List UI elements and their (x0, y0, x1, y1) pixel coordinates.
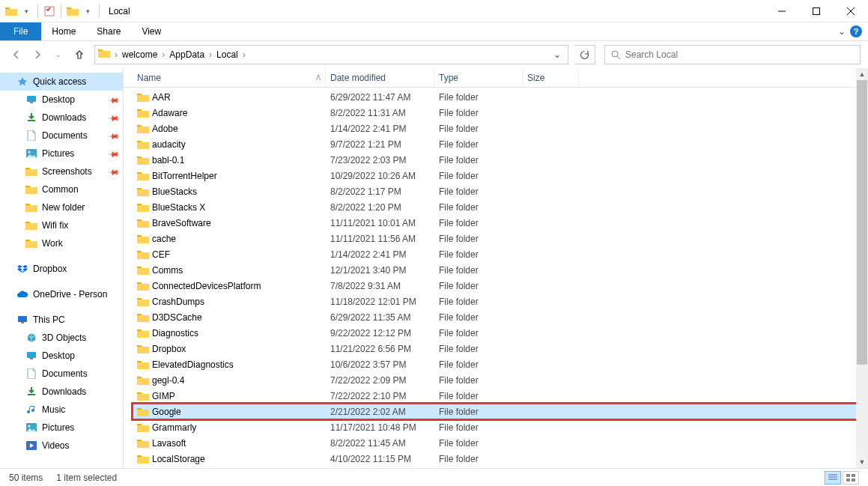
column-date[interactable]: Date modified (326, 68, 434, 87)
chevron-right-icon[interactable]: › (113, 49, 119, 60)
sidebar-this-pc[interactable]: This PC (0, 311, 123, 329)
cell-type: File folder (434, 234, 523, 244)
sidebar-item[interactable]: Downloads📌 (0, 109, 123, 127)
table-row[interactable]: BlueStacks8/2/2022 1:17 PMFile folder (133, 183, 868, 199)
file-tab[interactable]: File (0, 22, 41, 40)
refresh-button[interactable] (574, 45, 595, 64)
up-button[interactable] (70, 46, 88, 64)
table-row[interactable]: Grammarly11/17/2021 10:48 PMFile folder (133, 419, 868, 435)
pin-icon: 📌 (108, 130, 120, 142)
ribbon-expand-icon[interactable]: ⌄ (838, 26, 846, 37)
table-row[interactable]: Comms12/1/2021 3:40 PMFile folder (133, 262, 868, 278)
sidebar-dropbox[interactable]: Dropbox (0, 260, 123, 278)
thumbnails-view-button[interactable] (843, 471, 859, 485)
address-dropdown-icon[interactable]: ⌄ (548, 46, 566, 64)
column-name[interactable]: Nameᐱ (133, 68, 326, 87)
sidebar-item-label: Pictures (42, 422, 74, 433)
svg-rect-12 (21, 322, 24, 324)
sidebar-item[interactable]: Desktop (0, 347, 123, 365)
table-row[interactable]: audacity9/7/2022 1:21 PMFile folder (133, 136, 868, 152)
scrollbar[interactable]: ▲ ▼ (856, 68, 868, 468)
qat-dropdown-icon[interactable]: ▾ (19, 4, 33, 18)
table-row[interactable]: Dropbox11/21/2022 6:56 PMFile folder (133, 341, 868, 356)
cell-name: audacity (133, 139, 326, 150)
file-list[interactable]: AAR6/29/2022 11:47 AMFile folderAdaware8… (124, 88, 868, 468)
sort-indicator-icon: ᐱ (316, 74, 321, 82)
column-type[interactable]: Type (434, 68, 523, 87)
table-row[interactable]: Adobe1/14/2022 2:41 PMFile folder (133, 121, 868, 136)
scroll-thumb[interactable] (857, 80, 867, 365)
sidebar-item[interactable]: New folder (0, 198, 123, 216)
sidebar-item[interactable]: 3D Objects (0, 329, 123, 347)
recent-dropdown-icon[interactable]: ⌄ (49, 46, 67, 64)
cell-date: 6/29/2022 11:47 AM (326, 92, 434, 103)
breadcrumb[interactable]: Local (213, 49, 241, 60)
breadcrumb[interactable]: welcome (119, 49, 160, 60)
table-row[interactable]: babl-0.17/23/2022 2:03 PMFile folder (133, 152, 868, 168)
close-button[interactable] (834, 0, 868, 22)
sidebar-item[interactable]: Wifi fix (0, 216, 123, 234)
table-row[interactable]: Adaware8/2/2022 11:31 AMFile folder (133, 105, 868, 121)
sidebar-item[interactable]: Pictures📌 (0, 145, 123, 162)
properties-icon[interactable] (43, 4, 56, 18)
table-row[interactable]: BitTorrentHelper10/29/2022 10:26 AMFile … (133, 168, 868, 183)
table-row[interactable]: D3DSCache6/29/2022 11:35 AMFile folder (133, 309, 868, 325)
sidebar-item[interactable]: Screenshots📌 (0, 162, 123, 180)
sidebar-item[interactable]: Videos (0, 437, 123, 455)
back-button[interactable] (7, 46, 25, 64)
table-row[interactable]: gegl-0.47/22/2022 2:09 PMFile folder (133, 372, 868, 388)
sidebar-item[interactable]: Work (0, 234, 123, 252)
details-view-button[interactable] (825, 471, 841, 485)
address-bar[interactable]: › welcome › AppData › Local › ⌄ (94, 45, 568, 64)
scroll-down-icon[interactable]: ▼ (856, 456, 868, 468)
search-box[interactable] (604, 45, 861, 64)
share-tab[interactable]: Share (86, 22, 131, 40)
table-row[interactable]: ConnectedDevicesPlatform7/8/2022 9:31 AM… (133, 278, 868, 294)
forward-button[interactable] (28, 46, 46, 64)
table-row[interactable]: CrashDumps11/18/2022 12:01 PMFile folder (133, 294, 868, 309)
table-row[interactable]: ElevatedDiagnostics10/6/2022 3:57 PMFile… (133, 356, 868, 372)
cell-name: Comms (133, 265, 326, 276)
chevron-right-icon[interactable]: › (207, 49, 213, 60)
sidebar-quick-access[interactable]: Quick access (0, 73, 123, 91)
sidebar-item[interactable]: Downloads (0, 383, 123, 401)
cell-date: 1/14/2022 2:41 PM (326, 249, 434, 260)
cell-date: 8/2/2022 1:20 PM (326, 202, 434, 213)
pictures-icon (25, 148, 37, 160)
sidebar-onedrive[interactable]: OneDrive - Person (0, 285, 123, 303)
cell-name: BitTorrentHelper (133, 171, 326, 181)
table-row[interactable]: GIMP7/22/2022 2:10 PMFile folder (133, 388, 868, 404)
table-row[interactable]: LocalStorage4/10/2022 11:15 PMFile folde… (133, 451, 868, 467)
home-tab[interactable]: Home (41, 22, 86, 40)
cell-date: 4/10/2022 11:15 PM (326, 454, 434, 464)
svg-rect-22 (852, 474, 855, 477)
cell-date: 12/1/2021 3:40 PM (326, 265, 434, 276)
search-input[interactable] (625, 49, 854, 60)
scroll-up-icon[interactable]: ▲ (856, 68, 868, 80)
table-row[interactable]: Google2/21/2022 2:02 AMFile folder (133, 404, 868, 419)
sidebar-item[interactable]: Documents📌 (0, 127, 123, 145)
breadcrumb[interactable]: AppData (166, 49, 207, 60)
table-row[interactable]: CEF1/14/2022 2:41 PMFile folder (133, 246, 868, 262)
table-row[interactable]: BraveSoftware11/11/2021 10:01 AMFile fol… (133, 215, 868, 231)
sidebar-item[interactable]: Common (0, 180, 123, 198)
chevron-right-icon[interactable]: › (160, 49, 166, 60)
maximize-button[interactable] (799, 0, 834, 22)
sidebar-item[interactable]: Music (0, 401, 123, 419)
table-row[interactable]: BlueStacks X8/2/2022 1:20 PMFile folder (133, 199, 868, 215)
sidebar-item[interactable]: Documents (0, 365, 123, 383)
sidebar-item-label: Dropbox (33, 264, 67, 274)
help-icon[interactable]: ? (850, 25, 862, 37)
table-row[interactable]: Diagnostics9/22/2022 12:12 PMFile folder (133, 325, 868, 341)
qat-dropdown-icon[interactable]: ▾ (81, 4, 94, 18)
sidebar-item[interactable]: Pictures (0, 419, 123, 437)
sidebar-item[interactable]: Desktop📌 (0, 91, 123, 109)
column-size[interactable]: Size (523, 68, 579, 87)
minimize-button[interactable] (765, 0, 799, 22)
view-tab[interactable]: View (131, 22, 172, 40)
table-row[interactable]: AAR6/29/2022 11:47 AMFile folder (133, 89, 868, 105)
table-row[interactable]: cache11/11/2021 11:56 AMFile folder (133, 231, 868, 246)
chevron-right-icon[interactable]: › (241, 49, 247, 60)
table-row[interactable]: Lavasoft8/2/2022 11:45 AMFile folder (133, 435, 868, 451)
folder-icon (137, 124, 149, 134)
